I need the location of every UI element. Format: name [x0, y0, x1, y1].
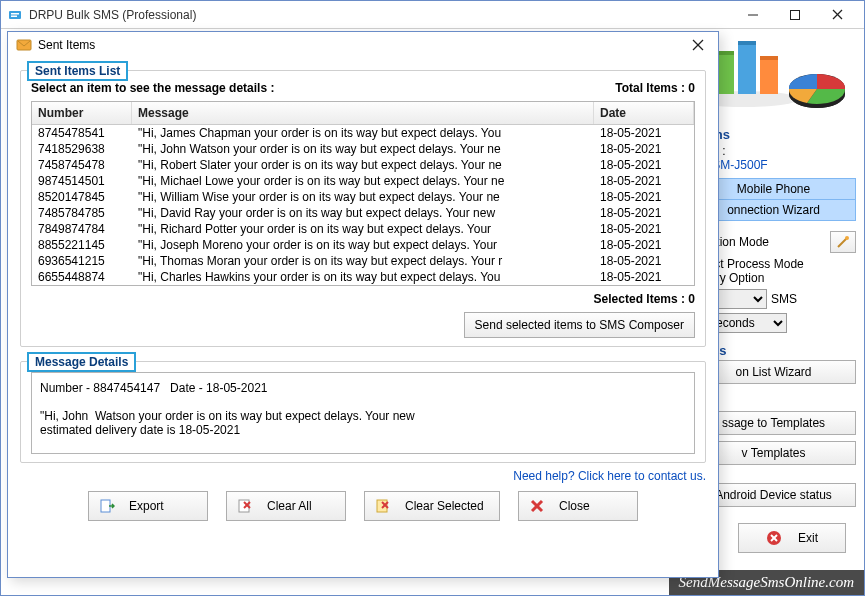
message-details-group: Message Details Number - 8847454147 Date… [20, 361, 706, 463]
exit-icon [766, 530, 782, 546]
cell-date: 18-05-2021 [594, 189, 694, 205]
main-title-text: DRPU Bulk SMS (Professional) [29, 8, 196, 22]
selected-items-label: Selected Items : 0 [31, 292, 695, 306]
table-row[interactable]: 8520147845"Hi, William Wise your order i… [32, 189, 694, 205]
exit-label: Exit [798, 531, 818, 545]
sent-items-list-group: Sent Items List Select an item to see th… [20, 70, 706, 347]
dialog-title-bar: Sent Items [8, 32, 718, 58]
svg-rect-4 [791, 10, 800, 19]
export-label: Export [129, 499, 164, 513]
help-link[interactable]: Need help? Click here to contact us. [20, 469, 706, 483]
col-message-header[interactable]: Message [132, 102, 594, 124]
cell-date: 18-05-2021 [594, 157, 694, 173]
svg-rect-12 [738, 41, 756, 94]
export-icon [99, 498, 115, 514]
svg-rect-2 [11, 15, 17, 17]
cell-date: 18-05-2021 [594, 205, 694, 221]
svg-rect-0 [9, 11, 21, 19]
cell-message: "Hi, Michael Lowe your order is on its w… [132, 173, 594, 189]
svg-rect-25 [101, 500, 110, 512]
table-header: Number Message Date [32, 102, 694, 125]
cell-number: 8855221145 [32, 237, 132, 253]
cell-message: "Hi, Robert Slater your order is on its … [132, 157, 594, 173]
sent-items-list-legend: Sent Items List [27, 61, 128, 81]
send-to-composer-button[interactable]: Send selected items to SMS Composer [464, 312, 695, 338]
main-title-bar: DRPU Bulk SMS (Professional) [1, 1, 864, 29]
table-row[interactable]: 7458745478"Hi, Robert Slater your order … [32, 157, 694, 173]
cell-message: "Hi, Joseph Moreno your order is on its … [132, 237, 594, 253]
message-details-legend: Message Details [27, 352, 136, 372]
cell-message: "Hi, William Wise your order is on its w… [132, 189, 594, 205]
cell-message: "Hi, David Ray your order is on its way … [132, 205, 594, 221]
svg-rect-13 [738, 41, 756, 45]
app-icon [7, 7, 23, 23]
execution-mode-icon-button[interactable] [830, 231, 856, 253]
cell-number: 7849874784 [32, 221, 132, 237]
close-button[interactable]: Close [518, 491, 638, 521]
select-prompt: Select an item to see the message detail… [31, 81, 274, 95]
close-label: Close [559, 499, 590, 513]
maximize-button[interactable] [774, 2, 816, 28]
clear-selected-icon [375, 498, 391, 514]
cell-date: 18-05-2021 [594, 269, 694, 285]
cell-date: 18-05-2021 [594, 173, 694, 189]
svg-point-18 [845, 236, 849, 240]
sms-label: SMS [771, 292, 797, 306]
close-icon [529, 498, 545, 514]
cell-message: "Hi, John Watson your order is on its wa… [132, 141, 594, 157]
cell-date: 18-05-2021 [594, 221, 694, 237]
message-details-text: Number - 8847454147 Date - 18-05-2021 "H… [31, 372, 695, 454]
export-button[interactable]: Export [88, 491, 208, 521]
dialog-title-text: Sent Items [38, 38, 95, 52]
svg-rect-1 [11, 13, 19, 15]
minimize-button[interactable] [732, 2, 774, 28]
clear-all-label: Clear All [267, 499, 312, 513]
svg-rect-15 [760, 56, 778, 60]
exit-button[interactable]: Exit [738, 523, 846, 553]
cell-number: 8745478541 [32, 125, 132, 141]
table-row[interactable]: 7849874784"Hi, Richard Potter your order… [32, 221, 694, 237]
clear-selected-label: Clear Selected [405, 499, 484, 513]
cell-number: 6936541215 [32, 253, 132, 269]
sent-items-table: Number Message Date 8745478541"Hi, James… [31, 101, 695, 286]
cell-number: 7485784785 [32, 205, 132, 221]
cell-message: "Hi, James Chapman your order is on its … [132, 125, 594, 141]
close-main-button[interactable] [816, 2, 858, 28]
cell-date: 18-05-2021 [594, 237, 694, 253]
col-number-header[interactable]: Number [32, 102, 132, 124]
main-window: DRPU Bulk SMS (Professional) ptions evi [0, 0, 865, 596]
cell-date: 18-05-2021 [594, 125, 694, 141]
cell-number: 7418529638 [32, 141, 132, 157]
table-row[interactable]: 9874514501"Hi, Michael Lowe your order i… [32, 173, 694, 189]
cell-message: "Hi, Thomas Moran your order is on its w… [132, 253, 594, 269]
clear-all-button[interactable]: Clear All [226, 491, 346, 521]
cell-date: 18-05-2021 [594, 253, 694, 269]
dialog-icon [16, 37, 32, 53]
dialog-close-button[interactable] [686, 39, 710, 51]
table-row[interactable]: 8855221145"Hi, Joseph Moreno your order … [32, 237, 694, 253]
table-row[interactable]: 8745478541"Hi, James Chapman your order … [32, 125, 694, 141]
clear-selected-button[interactable]: Clear Selected [364, 491, 500, 521]
svg-rect-14 [760, 56, 778, 94]
cell-number: 8520147845 [32, 189, 132, 205]
table-row[interactable]: 6655448874"Hi, Charles Hawkins your orde… [32, 269, 694, 285]
table-row[interactable]: 6936541215"Hi, Thomas Moran your order i… [32, 253, 694, 269]
dialog-button-bar: Export Clear All Clear Selected Close [20, 491, 706, 521]
sent-items-dialog: Sent Items Sent Items List Select an ite… [7, 31, 719, 578]
col-date-header[interactable]: Date [594, 102, 694, 124]
table-row[interactable]: 7485784785"Hi, David Ray your order is o… [32, 205, 694, 221]
cell-message: "Hi, Richard Potter your order is on its… [132, 221, 594, 237]
cell-number: 9874514501 [32, 173, 132, 189]
cell-message: "Hi, Charles Hawkins your order is on it… [132, 269, 594, 285]
cell-date: 18-05-2021 [594, 141, 694, 157]
total-items-label: Total Items : 0 [615, 81, 695, 95]
table-row[interactable]: 7418529638"Hi, John Watson your order is… [32, 141, 694, 157]
cell-number: 7458745478 [32, 157, 132, 173]
wand-icon [835, 234, 851, 250]
cell-number: 6655448874 [32, 269, 132, 285]
clear-all-icon [237, 498, 253, 514]
